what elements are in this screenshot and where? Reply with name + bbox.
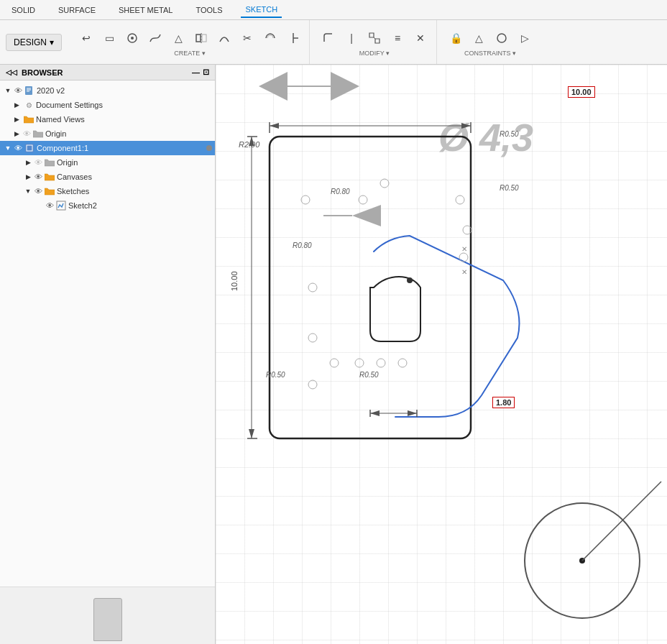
tree-item-named-views[interactable]: ▶ Named Views	[0, 112, 215, 126]
create-label: CREATE ▾	[174, 50, 205, 57]
eye-comp-origin[interactable]: 👁	[34, 158, 42, 167]
tree-item-component1[interactable]: ▼ 👁 Component1:1	[0, 141, 215, 155]
sidebar-bottom	[0, 586, 215, 644]
viewport[interactable]: Ø 4,3 10.00 R2	[216, 65, 667, 644]
scale-icon[interactable]	[364, 28, 385, 48]
arrow-named-views: ▶	[12, 116, 22, 123]
top-menu-bar: SOLID SURFACE SHEET METAL TOOLS SKETCH	[0, 0, 667, 20]
chevron-down-icon: ▾	[50, 37, 54, 47]
svg-line-7	[374, 37, 375, 39]
rectangle-icon[interactable]: ▭	[99, 28, 119, 48]
arrow-sketches: ▼	[23, 188, 33, 195]
x-icon[interactable]: ✕	[410, 28, 431, 48]
named-views-label: Named Views	[36, 115, 212, 124]
tree-item-doc-settings[interactable]: ▶ ⚙ Document Settings	[0, 98, 215, 112]
menu-surface[interactable]: SURFACE	[54, 3, 100, 17]
doc-icon	[24, 85, 35, 96]
arrow-origin-top: ▶	[12, 130, 22, 137]
browser-minimize-icon[interactable]: —	[192, 68, 200, 77]
arrow-component1: ▼	[3, 144, 13, 152]
gear-doc-settings-icon: ⚙	[23, 99, 34, 111]
browser-title: BROWSER	[22, 68, 63, 77]
arrow-root: ▼	[3, 87, 13, 94]
viewport-grid	[216, 65, 667, 644]
circle-icon[interactable]	[122, 28, 142, 48]
canvases-label: Canvases	[57, 172, 212, 181]
tree-item-origin-top[interactable]: ▶ 👁 Origin	[0, 126, 215, 141]
toolbar: DESIGN ▾ ↩ ▭ △ ✂	[0, 20, 667, 65]
create-section: ↩ ▭ △ ✂ CREATE ▾	[70, 20, 310, 64]
dim-box-1-80: 1.80	[492, 397, 515, 408]
constraints-label: CONSTRAINTS ▾	[464, 50, 516, 57]
eye-component1[interactable]: 👁	[14, 144, 22, 152]
pattern-icon[interactable]	[283, 28, 303, 48]
browser-header: ◁◁ BROWSER — ⊡	[0, 65, 215, 80]
constraints-section: 🔒 △ ▷ CONSTRAINTS ▾	[440, 20, 540, 64]
dim-box-10-horizontal: 10.00	[568, 86, 595, 98]
comp-origin-label: Origin	[57, 158, 212, 167]
component1-label: Component1:1	[37, 144, 203, 152]
doc-settings-label: Document Settings	[36, 101, 212, 109]
tree-item-canvases[interactable]: ▶ 👁 Canvases	[0, 170, 215, 184]
sketches-label: Sketches	[57, 187, 212, 196]
trim-icon[interactable]: ✂	[237, 28, 257, 48]
main-layout: ◁◁ BROWSER — ⊡ ▼ 👁 2020 v2 ▶ ⚙	[0, 65, 667, 644]
modify-section: | ≡ ✕ MODIFY ▾	[313, 20, 437, 64]
arrow-canvases: ▶	[23, 173, 33, 180]
browser-expand-icon[interactable]: ⊡	[203, 68, 209, 77]
constraint-circle-icon[interactable]	[492, 28, 512, 48]
arc-icon[interactable]	[214, 28, 234, 48]
svg-rect-2	[196, 34, 201, 42]
component-badge	[206, 145, 212, 151]
eye-sketches[interactable]: 👁	[34, 187, 42, 196]
root-label: 2020 v2	[37, 86, 212, 95]
menu-solid[interactable]: SOLID	[7, 3, 40, 17]
spline-icon[interactable]	[145, 28, 165, 48]
eye-sketch2[interactable]: 👁	[46, 201, 54, 210]
eye-canvases[interactable]: 👁	[34, 172, 42, 181]
sketch2-icon	[55, 200, 67, 211]
tree-item-sketch2[interactable]: 👁 Sketch2	[0, 198, 215, 213]
triangle-icon[interactable]: △	[168, 28, 188, 48]
svg-rect-9	[25, 86, 32, 95]
svg-rect-4	[202, 34, 206, 42]
folder-named-views-icon	[23, 114, 34, 125]
tree-item-root[interactable]: ▼ 👁 2020 v2	[0, 83, 215, 98]
modify-label: MODIFY ▾	[359, 50, 390, 57]
arrow-comp-origin: ▶	[23, 159, 33, 166]
fillet-icon[interactable]	[318, 28, 339, 48]
browser-tree: ▼ 👁 2020 v2 ▶ ⚙ Document Settings ▶ Name…	[0, 80, 215, 586]
folder-origin-top-icon	[32, 128, 44, 139]
browser-collapse-left[interactable]: ◁◁	[6, 68, 17, 76]
folder-canvases-icon	[44, 171, 55, 183]
constraint-arrow-icon[interactable]: ▷	[515, 28, 535, 48]
menu-tools[interactable]: TOOLS	[191, 3, 226, 17]
tree-item-comp-origin[interactable]: ▶ 👁 Origin	[0, 155, 215, 170]
arrow-doc-settings: ▶	[12, 101, 22, 109]
browser-panel: ◁◁ BROWSER — ⊡ ▼ 👁 2020 v2 ▶ ⚙	[0, 65, 216, 644]
svg-point-8	[497, 34, 506, 42]
lock-icon[interactable]: 🔒	[446, 28, 466, 48]
explode-lines-icon[interactable]: ≡	[387, 28, 408, 48]
component-icon	[24, 142, 35, 154]
design-button[interactable]: DESIGN ▾	[6, 34, 62, 51]
offset-icon[interactable]	[260, 28, 280, 48]
line-icon[interactable]: |	[341, 28, 362, 48]
constraint-triangle-icon[interactable]: △	[469, 28, 489, 48]
folder-sketches-icon	[44, 185, 55, 197]
tree-item-sketches[interactable]: ▼ 👁 Sketches	[0, 184, 215, 198]
menu-sheet-metal[interactable]: SHEET METAL	[114, 3, 177, 17]
eye-origin-top[interactable]: 👁	[23, 129, 31, 138]
sketch2-label: Sketch2	[68, 201, 212, 210]
undo-icon[interactable]: ↩	[76, 28, 96, 48]
eye-root[interactable]: 👁	[14, 86, 22, 95]
origin-top-label: Origin	[45, 129, 212, 138]
mirror-icon[interactable]	[191, 28, 211, 48]
svg-point-1	[131, 37, 134, 40]
folder-comp-origin-icon	[44, 157, 55, 168]
menu-sketch[interactable]: SKETCH	[241, 2, 282, 18]
